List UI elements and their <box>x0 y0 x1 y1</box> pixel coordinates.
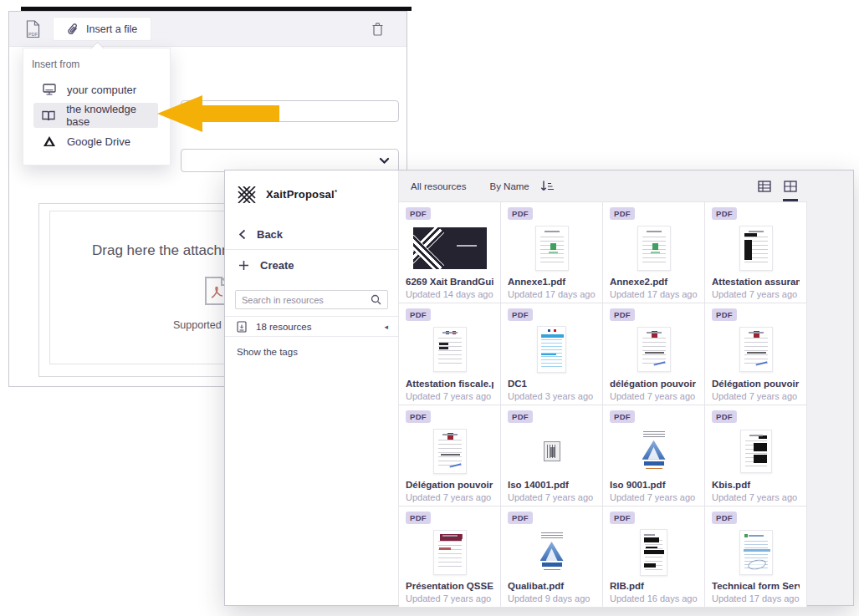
insert-from-menu: Insert from your computer the knowledge … <box>23 48 171 165</box>
file-thumbnail <box>508 220 596 277</box>
file-name: Iso 14001.pdf <box>508 480 596 490</box>
sort-by-name[interactable]: By Name <box>489 171 529 201</box>
file-name: Annexe2.pdf <box>610 277 698 287</box>
file-name: 6269 Xait BrandGuide... <box>406 277 493 287</box>
file-card[interactable]: PDF Annexe1.pdf Updated 17 days ago <box>501 202 603 303</box>
back-label: Back <box>257 228 283 241</box>
brand-logo: XaitProposal* <box>225 171 398 207</box>
file-name: Délégation pouvoir ni... <box>406 480 493 490</box>
attachment-panel-header: PDF Insert a file <box>9 12 406 47</box>
file-card[interactable]: PDF 6269 Xait BrandGuide... Updated 14 d… <box>399 202 501 303</box>
menu-item-label: the knowledge base <box>66 103 158 128</box>
file-grid: PDF 6269 Xait BrandGuide... Updated 14 d… <box>399 201 807 608</box>
file-name: Attestation assuranc... <box>712 277 800 287</box>
search-box <box>235 290 388 309</box>
table-view-icon[interactable] <box>757 171 772 201</box>
kb-content: All resources By Name <box>398 171 853 605</box>
google-drive-icon <box>42 136 56 147</box>
file-card[interactable]: PDF Iso 9001.pdf Updated 7 years ago <box>603 405 705 507</box>
menu-item-label: your computer <box>67 84 136 96</box>
search-icon[interactable] <box>371 294 381 305</box>
file-updated: Updated 3 years ago <box>508 391 596 401</box>
file-thumbnail <box>610 321 698 378</box>
file-updated: Updated 7 years ago <box>610 492 698 502</box>
file-card[interactable]: PDF Qualibat.pdf Updated 9 days ago <box>501 507 603 608</box>
pdf-badge: PDF <box>712 410 737 423</box>
pdf-badge: PDF <box>508 207 533 220</box>
pdf-file-icon: PDF <box>26 20 41 38</box>
menu-item-label: Google Drive <box>67 135 130 148</box>
grid-view-icon[interactable] <box>783 171 798 201</box>
file-name: délégation pouvoir ni... <box>610 379 698 389</box>
file-thumbnail <box>712 423 800 480</box>
file-card[interactable]: PDF Technical form Servic... Updated 17 … <box>705 507 807 608</box>
file-card[interactable]: PDF délégation pouvoir ni... Updated 7 y… <box>603 303 705 405</box>
file-updated: Updated 7 years ago <box>712 391 800 401</box>
resources-count-row[interactable]: 18 resources ◂ <box>225 316 398 337</box>
pdf-badge: PDF <box>610 512 635 524</box>
file-name: Délégation pouvoir ni... <box>712 379 800 389</box>
back-button[interactable]: Back <box>225 219 398 249</box>
view-toggle-group <box>757 171 798 201</box>
kb-sidebar: XaitProposal* Back Create <box>225 171 398 605</box>
file-updated: Updated 7 years ago <box>406 593 493 603</box>
insert-a-file-button[interactable]: Insert a file <box>53 17 151 41</box>
filter-all-resources[interactable]: All resources <box>411 171 466 201</box>
xait-x-logo-icon <box>238 186 256 203</box>
create-button[interactable]: Create <box>225 250 398 280</box>
file-thumbnail <box>406 423 493 480</box>
file-updated: Updated 7 years ago <box>712 289 800 299</box>
file-name: Qualibat.pdf <box>508 581 596 591</box>
pdf-badge: PDF <box>610 207 635 220</box>
menu-item-google-drive[interactable]: Google Drive <box>23 129 170 154</box>
file-card[interactable]: PDF Délégation pouvoir ni... Updated 7 y… <box>705 303 807 405</box>
file-thumbnail <box>508 423 596 480</box>
file-updated: Updated 7 years ago <box>406 391 493 401</box>
file-name: Technical form Servic... <box>712 581 800 591</box>
menu-item-your-computer[interactable]: your computer <box>23 77 170 102</box>
pdf-badge: PDF <box>406 207 431 220</box>
file-updated: Updated 7 years ago <box>508 492 596 502</box>
pdf-badge: PDF <box>406 308 431 321</box>
file-card[interactable]: PDF Attestation fiscale.pdf Updated 7 ye… <box>399 303 501 405</box>
pdf-badge: PDF <box>712 512 737 524</box>
brand-mark: * <box>335 188 337 196</box>
menu-item-knowledge-base[interactable]: the knowledge base <box>33 103 158 128</box>
file-card[interactable]: PDF DC1 Updated 3 years ago <box>501 303 603 405</box>
plus-icon <box>238 260 249 271</box>
collapse-icon[interactable]: ◂ <box>384 323 388 331</box>
file-updated: Updated 14 days ago <box>406 289 493 299</box>
insert-a-file-label: Insert a file <box>86 23 137 35</box>
pdf-badge: PDF <box>406 410 431 423</box>
chevron-down-icon <box>379 157 390 165</box>
file-name: Attestation fiscale.pdf <box>406 379 493 389</box>
pdf-badge: PDF <box>610 308 635 321</box>
file-card[interactable]: PDF Kbis.pdf Updated 7 years ago <box>705 405 807 507</box>
file-card[interactable]: PDF Délégation pouvoir ni... Updated 7 y… <box>399 405 501 507</box>
show-the-tags-link[interactable]: Show the tags <box>225 337 398 357</box>
trash-icon[interactable] <box>371 22 386 37</box>
file-updated: Updated 16 days ago <box>610 593 698 603</box>
file-name: Kbis.pdf <box>712 480 800 490</box>
file-card[interactable]: PDF Présentation QSSE.pdf Updated 7 year… <box>399 507 501 608</box>
file-thumbnail <box>610 220 698 277</box>
file-name: RIB.pdf <box>610 581 698 591</box>
file-updated: Updated 17 days ago <box>610 289 698 299</box>
file-card[interactable]: PDF Annexe2.pdf Updated 17 days ago <box>603 202 705 303</box>
search-input[interactable] <box>242 295 366 305</box>
file-card[interactable]: PDF Attestation assuranc... Updated 7 ye… <box>705 202 807 303</box>
brand-name: XaitProposal* <box>266 188 337 201</box>
window-top-border <box>21 7 412 11</box>
file-card[interactable]: PDF RIB.pdf Updated 16 days ago <box>603 507 705 608</box>
pdf-badge: PDF <box>712 207 737 220</box>
file-thumbnail <box>508 524 596 581</box>
resources-count-label: 18 resources <box>256 322 311 332</box>
file-card[interactable]: PDF Iso 14001.pdf Updated 7 years ago <box>501 405 603 507</box>
file-name: Annexe1.pdf <box>508 277 596 287</box>
svg-text:PDF: PDF <box>28 32 38 37</box>
attachment-type-select[interactable] <box>181 149 399 172</box>
pdf-badge: PDF <box>508 308 533 321</box>
sort-ascending-icon[interactable] <box>540 171 555 201</box>
file-thumbnail <box>610 524 698 581</box>
file-updated: Updated 7 years ago <box>610 391 698 401</box>
